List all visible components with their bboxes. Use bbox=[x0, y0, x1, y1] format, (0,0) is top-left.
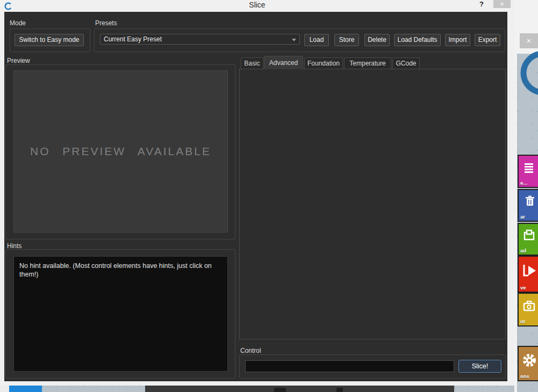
background-blue-button bbox=[9, 386, 42, 392]
chevron-down-icon bbox=[292, 39, 296, 41]
screen: × e... ar ad bbox=[0, 0, 538, 392]
presets-group-label: Presets bbox=[95, 19, 117, 27]
preset-dropdown[interactable]: Current Easy Preset bbox=[100, 34, 300, 45]
store-preset-button[interactable]: Store bbox=[334, 34, 359, 46]
side-button-slice[interactable]: e... bbox=[518, 155, 538, 188]
preview-area: NO PREVIEW AVAILABLE bbox=[13, 70, 228, 233]
load-preset-button[interactable]: Load bbox=[304, 34, 329, 46]
print-camera-icon bbox=[523, 300, 536, 312]
side-button-options[interactable]: ons bbox=[518, 346, 538, 381]
side-button-load[interactable]: ad bbox=[518, 223, 538, 256]
side-button-print[interactable]: nt bbox=[518, 293, 538, 326]
tab-advanced[interactable]: Advanced bbox=[264, 56, 303, 69]
help-button[interactable]: ? bbox=[477, 0, 486, 8]
trash-icon bbox=[523, 195, 535, 208]
slice-layers-icon bbox=[525, 162, 533, 174]
tab-temperature[interactable]: Temperature bbox=[344, 57, 391, 69]
preview-group-label: Preview bbox=[7, 57, 30, 64]
background-toolbar-item bbox=[274, 388, 286, 392]
hints-area: No hint available. (Most control element… bbox=[13, 256, 228, 372]
close-button[interactable]: × bbox=[493, 0, 511, 8]
slice-progress-bar bbox=[245, 360, 454, 372]
load-box-icon bbox=[523, 229, 536, 241]
tab-gcode[interactable]: GCode bbox=[392, 57, 420, 69]
craftware-bed-logo bbox=[517, 50, 538, 115]
tab-basic[interactable]: Basic bbox=[241, 57, 263, 69]
control-group-label: Control bbox=[240, 347, 261, 354]
export-preset-button[interactable]: Export bbox=[475, 34, 500, 46]
options-gear-icon bbox=[522, 353, 536, 367]
background-toolbar-item bbox=[336, 388, 343, 392]
background-toolbar bbox=[145, 386, 454, 392]
mode-group-label: Mode bbox=[10, 19, 26, 27]
hint-text: No hint available. (Most control element… bbox=[19, 262, 212, 278]
panel-close-button[interactable]: × bbox=[520, 33, 538, 48]
side-button-clear[interactable]: ar bbox=[518, 189, 538, 222]
import-preset-button[interactable]: Import bbox=[445, 34, 470, 46]
slice-button[interactable]: Slice! bbox=[458, 360, 501, 373]
side-button-save[interactable]: ve bbox=[518, 256, 538, 293]
background-grid-left bbox=[42, 386, 145, 392]
delete-preset-button[interactable]: Delete bbox=[364, 34, 390, 46]
dialog-title: Slice bbox=[0, 1, 514, 9]
load-defaults-button[interactable]: Load Defaults bbox=[394, 34, 441, 46]
switch-easy-mode-button[interactable]: Switch to Easy mode bbox=[15, 34, 84, 46]
tab-foundation[interactable]: Foundation bbox=[304, 57, 343, 69]
preset-dropdown-value: Current Easy Preset bbox=[104, 35, 162, 43]
hints-group-label: Hints bbox=[7, 242, 21, 250]
tab-panel bbox=[239, 69, 506, 339]
no-preview-text: NO PREVIEW AVAILABLE bbox=[30, 145, 211, 158]
save-play-icon bbox=[523, 264, 536, 278]
